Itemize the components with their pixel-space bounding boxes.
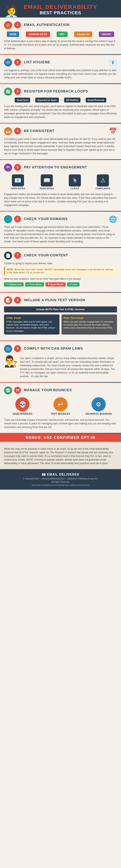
- hard-bounce-icon: 💀: [15, 397, 29, 411]
- plain-email-box: Plain Text Email While you can't monitor…: [62, 314, 117, 335]
- tech-bounce-item: ⚙ Technical Bounces: [84, 397, 113, 415]
- section-3-icon: 🔄: [4, 88, 12, 96]
- section-6-icon: 🌐: [4, 215, 12, 223]
- check-no-1: ✖ Spam Words: [46, 282, 66, 286]
- section-4-number: 4: [14, 128, 21, 134]
- flow-arrow-2: →: [60, 98, 63, 102]
- section-5-body: Engagement metrics are essential when it…: [4, 192, 117, 207]
- html-email-title: HTML Email: [6, 316, 57, 319]
- html-email-body: HTML messages allow you to track opens, …: [6, 320, 57, 333]
- section-9: ⚖ 9 COMPLY WITH CAN-SPAM LAWS 👨‍⚖️ Can s…: [0, 341, 121, 382]
- section-5-icon: 👁: [4, 163, 12, 172]
- section-1-title: EMAIL AUTHENTICATION: [24, 23, 70, 27]
- engage-open-rates: 📧 Open Rates: [11, 175, 25, 190]
- section-6-number: 6: [14, 216, 21, 222]
- header-figure: 🧑‍💼: [4, 5, 19, 18]
- section-7-number: 7: [14, 252, 21, 259]
- bonus-section: While this may not be practical or make …: [0, 442, 121, 469]
- section-1-icon: 🔒: [4, 21, 12, 29]
- check-yes-1: ✔ Subject Line: [4, 282, 24, 286]
- section-4-icon: 📅: [4, 127, 12, 135]
- auth-badge-spf: SPF: [57, 32, 67, 37]
- auth-badge-dkim: DKIM: [7, 32, 19, 37]
- footer-copyright: © Copyright 2022 — www.EmailDelivered.co…: [2, 477, 119, 480]
- section-9-icon: ⚖: [4, 345, 12, 353]
- tech-bounce-label: Technical Bounces: [85, 412, 112, 415]
- complaints-label: Complaints: [96, 187, 110, 190]
- section-7-title: CHECK YOUR CONTENT: [24, 253, 68, 257]
- plain-email-body: While you can't monitor engagement, it's…: [64, 320, 115, 330]
- flow-step-1: Email Sent: [15, 98, 30, 102]
- section-8: 📝 8 INCLUDE A PLAIN TEXT VERSION Include…: [0, 293, 121, 341]
- section-3-number: 3: [14, 88, 21, 95]
- flow-arrow-3: →: [81, 98, 85, 102]
- feedback-flow-row: Email Sent → Reported as Spam → ISP Noti…: [4, 98, 117, 102]
- section-10-header: 🔃 10 MANAGE YOUR BOUNCES: [4, 386, 117, 395]
- section-6-header: 🌐 6 CHECK YOUR DOMAINS 🌐: [4, 215, 117, 223]
- section-2-icon: ✉: [4, 59, 12, 66]
- section-7-header: 📄 7 CHECK YOUR CONTENT: [4, 252, 117, 259]
- auth-badges-row: DKIM DOMAIN KEYS SPF Sender ID DMARC: [4, 32, 117, 37]
- check-yes-3: ✔ Links: [67, 282, 79, 286]
- section-8-number: 8: [14, 297, 21, 304]
- soft-bounce-label: Soft Bounces: [51, 412, 70, 415]
- footer-logo: 📧 EMAIL DELIVERED: [2, 472, 119, 477]
- section-10-title: MANAGE YOUR BOUNCES: [24, 388, 72, 392]
- content-check-row: ✔ Subject Line ✔ From Name ✖ Spam Words …: [4, 282, 117, 286]
- hard-bounce-item: 💀 Hard Bounces: [8, 397, 37, 415]
- section-4-body: Consistency goes hand in hand with email…: [4, 137, 117, 155]
- section-9-title: COMPLY WITH CAN-SPAM LAWS: [24, 347, 83, 350]
- read-rates-label: Read Rates: [40, 187, 54, 190]
- section-9-body: Can spam compliance is simple, yet too m…: [20, 356, 117, 378]
- section-3-body: If you are hosting your own email progra…: [4, 104, 117, 119]
- section-4-calendar-icon: 📅: [109, 127, 117, 135]
- soft-bounce-item: ↩ Soft Bounces: [46, 397, 75, 415]
- section-1-number: 1: [14, 22, 21, 28]
- open-rates-icon: 📧: [12, 175, 24, 186]
- section-9-header: ⚖ 9 COMPLY WITH CAN-SPAM LAWS: [4, 345, 117, 353]
- auth-badge-domain-keys: DOMAIN KEYS: [26, 32, 50, 37]
- footer: 📧 EMAIL DELIVERED © Copyright 2022 — www…: [0, 469, 121, 490]
- footer-rights: All Rights Reserved.: [2, 480, 119, 484]
- engage-complaints: ⚠ Complaints: [96, 175, 110, 190]
- tech-bounce-icon: ⚙: [92, 397, 106, 411]
- section-7-note: NOTE: Words like "free" and "money" will…: [4, 267, 117, 276]
- plain-email-title: Plain Text Email: [64, 316, 115, 319]
- footer-logo-text: EMAIL DELIVERED: [47, 473, 79, 476]
- section-8-title: INCLUDE A PLAIN TEXT VERSION: [24, 298, 85, 302]
- read-rates-icon: 📖: [41, 175, 53, 186]
- clicks-icon: 🖱: [69, 175, 81, 186]
- email-type-row: HTML Email HTML messages allow you to tr…: [4, 314, 117, 335]
- html-email-box: HTML Email HTML messages allow you to tr…: [4, 314, 59, 335]
- section-2-number: 2: [14, 59, 21, 66]
- section-3-header: 🔄 3 REGISTER FOR FEEDBACK LOOPS: [4, 88, 117, 96]
- section-2-body: List hygiene is, perhaps, one of the mos…: [4, 68, 117, 80]
- section-2-title: LIST HYGIENE: [24, 60, 50, 64]
- section-10: 🔃 10 MANAGE YOUR BOUNCES 💀 Hard Bounces …: [0, 383, 121, 433]
- section-4: 📅 4 BE CONSISTENT 📅 Consistency goes han…: [0, 124, 121, 159]
- hard-bounce-label: Hard Bounces: [13, 412, 32, 415]
- section-3-title: REGISTER FOR FEEDBACK LOOPS: [24, 89, 88, 93]
- section-4-title: BE CONSISTENT: [24, 129, 54, 133]
- section-5-title: PAY ATTENTION TO ENGAGEMENT: [24, 165, 87, 169]
- section-2: ✉ 2 LIST HYGIENE 📧 List hygiene is, perh…: [0, 55, 121, 83]
- section-6: 🌐 6 CHECK YOUR DOMAINS 🌐 There are 5 mai…: [0, 212, 121, 247]
- section-6-globe-icon: 🌐: [109, 215, 117, 223]
- soft-bounce-icon: ↩: [53, 397, 68, 411]
- section-7-intro: Content is going to impact your delivery…: [4, 261, 117, 265]
- section-6-body: There are 5 main reasons messages get bl…: [4, 225, 117, 243]
- section-5-header: 👁 5 PAY ATTENTION TO ENGAGEMENT: [4, 163, 117, 172]
- bounce-types-row: 💀 Hard Bounces ↩ Soft Bounces ⚙ Technica…: [4, 397, 117, 415]
- section-1-header: 🔒 1 EMAIL AUTHENTICATION: [4, 21, 117, 29]
- section-5-number: 5: [14, 164, 21, 171]
- section-5: 👁 5 PAY ATTENTION TO ENGAGEMENT 📧 Open R…: [0, 160, 121, 211]
- footer-url: http://www.emaildelivered.com/email-deli…: [2, 484, 119, 487]
- flow-step-4: Email Removed: [86, 98, 106, 102]
- section-2-header: ✉ 2 LIST HYGIENE 📧: [4, 59, 117, 66]
- check-yes-2: ✔ From Name: [25, 282, 44, 286]
- include-both-note: Include BOTH Plain Text & HTML Versions: [4, 306, 117, 312]
- engagement-icons-row: 📧 Open Rates 📖 Read Rates 🖱 Clicks ⚠ Com…: [4, 175, 117, 190]
- flow-arrow-1: →: [31, 98, 34, 102]
- section-1: 🔒 1 EMAIL AUTHENTICATION DKIM DOMAIN KEY…: [0, 18, 121, 54]
- flow-step-3: ISP Notifies: [64, 98, 80, 102]
